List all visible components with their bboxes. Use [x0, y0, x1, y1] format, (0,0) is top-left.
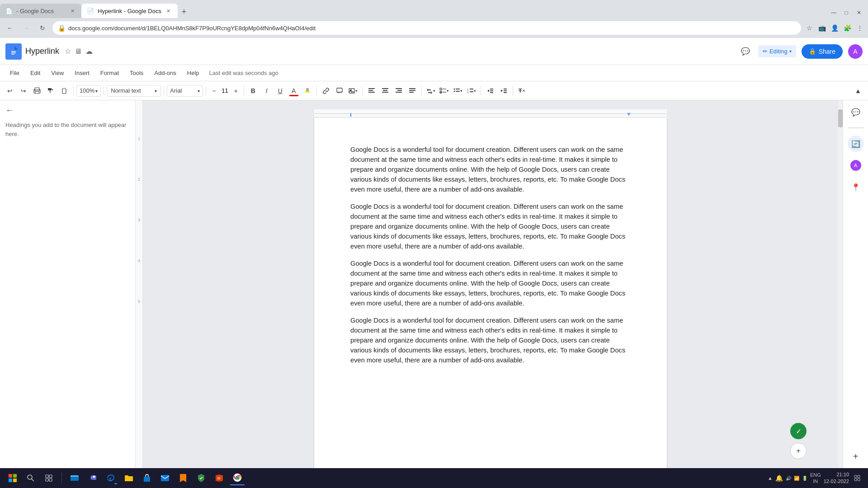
link-button[interactable]	[320, 84, 332, 97]
taskbar-mail-icon[interactable]	[158, 471, 172, 485]
back-button[interactable]: ←	[4, 22, 16, 34]
insert-comment-button[interactable]	[333, 84, 346, 97]
menu-insert[interactable]: Insert	[70, 68, 94, 78]
menu-file[interactable]: File	[5, 68, 24, 78]
notification-center-icon[interactable]	[852, 473, 863, 483]
add-floating-button[interactable]: +	[790, 443, 807, 459]
forward-button[interactable]: →	[20, 22, 33, 34]
font-size-plus[interactable]: +	[231, 86, 241, 96]
zoom-select[interactable]: 100%	[76, 85, 101, 97]
right-panel-maps-icon[interactable]: 📍	[848, 179, 864, 195]
star-icon[interactable]: ☆	[65, 47, 71, 56]
maximize-button[interactable]: □	[841, 7, 852, 18]
browser-sync-icon[interactable]: 👤	[830, 23, 839, 33]
menu-help[interactable]: Help	[183, 68, 204, 78]
tray-arrow-icon[interactable]: ▲	[768, 475, 773, 481]
cloud-icon[interactable]: ☁	[85, 47, 93, 56]
insert-image-button[interactable]: ▾	[347, 84, 359, 97]
toolbar-collapse-button[interactable]: ▲	[852, 84, 864, 97]
highlight-button[interactable]	[301, 84, 314, 97]
paragraph-2[interactable]: Google Docs is a wonderful tool for docu…	[350, 202, 631, 251]
undo-button[interactable]: ↩	[4, 84, 16, 97]
menu-view[interactable]: View	[47, 68, 68, 78]
user-avatar[interactable]: A	[848, 44, 863, 59]
document-page[interactable]: Google Docs is a wonderful tool for docu…	[314, 117, 667, 468]
taskbar-folder-icon[interactable]	[122, 471, 136, 485]
tab-google-docs-1[interactable]: 📄 - Google Docs ✕	[0, 4, 81, 18]
taskbar-clock[interactable]: 21:10 12-02-2022	[824, 471, 849, 485]
menu-format[interactable]: Format	[96, 68, 123, 78]
italic-button[interactable]: I	[260, 84, 273, 97]
redo-button[interactable]: ↪	[17, 84, 30, 97]
align-right-button[interactable]	[392, 84, 405, 97]
menu-edit[interactable]: Edit	[26, 68, 45, 78]
paragraph-1[interactable]: Google Docs is a wonderful tool for docu…	[350, 145, 631, 194]
new-tab-button[interactable]: +	[178, 5, 190, 18]
paint-format-button[interactable]	[44, 84, 57, 97]
taskbar-edge-icon[interactable]	[104, 471, 118, 485]
font-size-minus[interactable]: −	[209, 86, 219, 96]
saved-status-button[interactable]: ✓	[790, 423, 807, 439]
taskbar-teams-icon[interactable]	[85, 471, 100, 485]
tab-hyperlink-google-docs[interactable]: 📄 Hyperlink - Google Docs ✕	[81, 4, 178, 18]
taskbar-office-icon[interactable]: O	[212, 471, 226, 485]
align-justify-button[interactable]	[406, 84, 419, 97]
right-panel-user-icon[interactable]: A	[848, 157, 864, 174]
bookmark-star-icon[interactable]: ☆	[805, 23, 814, 33]
taskbar-chrome-icon[interactable]	[230, 471, 245, 485]
tab1-close[interactable]: ✕	[69, 7, 76, 14]
search-icon[interactable]	[24, 471, 38, 485]
page-content[interactable]: Google Docs is a wonderful tool for docu…	[350, 145, 631, 365]
address-bar[interactable]: 🔒 docs.google.com/document/d/1BELQ0AHMnS…	[52, 21, 801, 35]
print-button[interactable]	[31, 84, 43, 97]
right-panel-chat-icon[interactable]: 💬	[848, 104, 864, 120]
underline-button[interactable]: U	[274, 84, 287, 97]
text-color-button[interactable]: A	[288, 84, 300, 97]
tab2-close[interactable]: ✕	[165, 7, 172, 14]
language-indicator[interactable]: ENGIN	[810, 472, 821, 485]
right-panel-blue-icon[interactable]: 🔄	[848, 136, 864, 152]
share-button[interactable]: 🔒 Share	[802, 44, 843, 59]
clear-format-button[interactable]: T ✕	[516, 84, 528, 97]
comment-button[interactable]: 💬	[738, 44, 753, 59]
extensions-icon[interactable]: 🧩	[843, 23, 852, 33]
indent-more-button[interactable]	[497, 84, 510, 97]
outline-back-button[interactable]: ←	[5, 106, 130, 115]
minimize-button[interactable]: —	[828, 7, 839, 18]
clipboard-button[interactable]	[58, 84, 71, 97]
editing-dropdown[interactable]: ✏ Editing ▾	[758, 45, 796, 57]
checklist-button[interactable]: ▾	[438, 84, 451, 97]
menu-addons[interactable]: Add-ons	[150, 68, 180, 78]
tray-battery-icon[interactable]: 🔋	[802, 476, 807, 481]
cast-icon[interactable]: 📺	[817, 23, 826, 33]
style-select[interactable]: Normal text	[107, 85, 161, 97]
taskbar-store-icon[interactable]	[140, 471, 154, 485]
taskbar-files-icon[interactable]	[67, 471, 82, 485]
browser-menu-icon[interactable]: ⋮	[855, 23, 864, 33]
tray-network-icon[interactable]: 📶	[794, 476, 799, 481]
menu-tools[interactable]: Tools	[125, 68, 148, 78]
indent-less-button[interactable]	[484, 84, 496, 97]
right-panel-add-icon[interactable]: +	[848, 448, 864, 465]
align-center-button[interactable]	[379, 84, 392, 97]
font-size-value[interactable]: 11	[219, 87, 231, 94]
numbered-list-button[interactable]: 1.2. ▾	[465, 84, 478, 97]
align-left-button[interactable]	[365, 84, 378, 97]
tray-volume-icon[interactable]: 🔊	[786, 476, 791, 481]
document-area[interactable]: Google Docs is a wonderful tool for docu…	[143, 100, 838, 468]
move-to-icon[interactable]: 🖥	[75, 47, 82, 56]
taskview-icon[interactable]	[42, 471, 56, 485]
line-spacing-button[interactable]: ▾	[425, 84, 437, 97]
bold-button[interactable]: B	[247, 84, 259, 97]
taskbar-bookmarks-icon[interactable]	[176, 471, 190, 485]
close-button[interactable]: ✕	[854, 7, 864, 18]
paragraph-3[interactable]: Google Docs is a wonderful tool for docu…	[350, 258, 631, 308]
tray-notification-icon[interactable]: 🔔	[775, 474, 783, 482]
paragraph-4[interactable]: Google Docs is a wonderful tool for docu…	[350, 315, 631, 365]
doc-title[interactable]: Hyperlink	[25, 47, 59, 56]
reload-button[interactable]: ↻	[36, 22, 49, 34]
document-scrollbar[interactable]	[838, 100, 843, 468]
font-select[interactable]: Arial	[167, 85, 203, 97]
bullet-list-button[interactable]: ▾	[452, 84, 464, 97]
taskbar-defender-icon[interactable]	[194, 471, 208, 485]
